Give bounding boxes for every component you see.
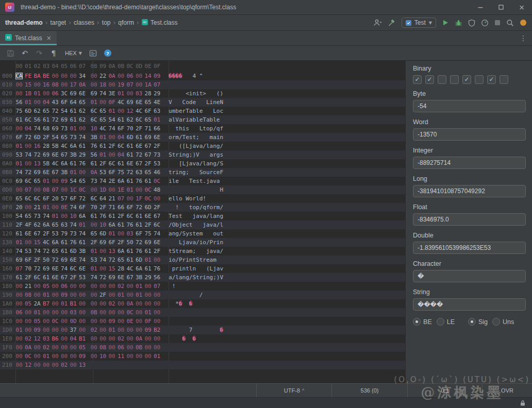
hex-byte[interactable]: 00 (52, 353, 59, 360)
hex-byte[interactable]: 6C (25, 178, 32, 184)
hex-byte[interactable]: 00 (154, 300, 161, 307)
hex-byte[interactable]: 6C (25, 195, 32, 202)
debug-button[interactable] (455, 19, 462, 27)
hex-byte[interactable]: 69 (70, 90, 77, 97)
hex-byte[interactable]: 6C (70, 265, 77, 272)
hex-byte[interactable]: 56 (34, 116, 41, 123)
hex-byte[interactable]: 6C (126, 213, 134, 219)
hex-byte[interactable]: 01 (136, 292, 143, 298)
hex-byte[interactable]: 00 (61, 213, 68, 219)
hex-byte[interactable]: 74 (25, 151, 32, 158)
hex-byte[interactable]: 16 (34, 143, 41, 149)
hex-byte[interactable]: 6A (43, 222, 50, 228)
hex-byte[interactable]: 3B (61, 169, 68, 176)
hex-byte[interactable]: FE (25, 73, 32, 79)
hex-byte[interactable]: 0A (136, 335, 143, 342)
hex-byte[interactable]: 6E (154, 134, 161, 141)
hex-byte[interactable]: 00 (61, 186, 68, 193)
hex-byte[interactable]: 00 (144, 344, 152, 351)
hex-byte[interactable]: 00 (99, 318, 107, 325)
hex-byte[interactable]: 00 (126, 90, 134, 97)
show-unprintables-toggle[interactable]: ¶ (47, 47, 60, 59)
hex-byte[interactable]: 61 (136, 222, 143, 228)
hex-byte[interactable]: 00 (15, 283, 23, 290)
word-value-field[interactable]: -13570 (413, 128, 526, 141)
hex-byte[interactable]: 08 (99, 344, 107, 351)
preview-text[interactable]: � � (169, 335, 223, 342)
hex-byte[interactable]: B6 (52, 335, 59, 342)
hex-byte[interactable]: 66 (154, 125, 161, 132)
maximize-button[interactable] (491, 0, 511, 14)
hex-byte[interactable]: 4C (43, 239, 50, 246)
hex-byte[interactable]: 61 (15, 116, 23, 123)
hex-byte[interactable]: 00 (108, 292, 115, 298)
hex-byte[interactable]: 54 (70, 178, 77, 184)
hex-byte[interactable]: 29 (154, 90, 161, 97)
hex-byte[interactable]: 00 (79, 292, 86, 298)
hex-byte[interactable]: 00 (154, 195, 161, 202)
tab-test-class[interactable]: 01 Test.class × (0, 31, 57, 45)
hex-byte[interactable]: 00 (154, 309, 161, 316)
hex-byte[interactable]: 62 (34, 222, 41, 228)
hex-byte[interactable]: 09 (79, 353, 86, 360)
hex-byte[interactable]: 01 (79, 222, 86, 228)
hex-byte[interactable]: 06 (118, 344, 125, 351)
hex-byte[interactable]: 13 (34, 160, 41, 167)
hex-byte[interactable]: 0B (136, 344, 143, 351)
hex-byte[interactable]: 05 (25, 300, 32, 307)
tab-close-icon[interactable]: × (46, 35, 52, 42)
hex-byte[interactable]: 67 (61, 274, 68, 281)
hex-byte[interactable]: 69 (15, 178, 23, 184)
hex-byte[interactable]: 00 (25, 204, 32, 211)
hex-byte[interactable]: 2F (90, 239, 97, 246)
hex-byte[interactable]: 4C (118, 99, 125, 106)
hex-byte[interactable]: 72 (52, 116, 59, 123)
preview-text[interactable]: ! top/qform/ (169, 204, 223, 211)
hex-byte[interactable]: 53 (99, 169, 107, 176)
hex-byte[interactable]: 00 (99, 327, 107, 333)
hex-byte[interactable]: 6C (118, 143, 125, 149)
hex-byte[interactable]: 00 (108, 134, 115, 141)
hex-byte[interactable]: 15 (108, 265, 115, 272)
close-button[interactable]: × (511, 0, 532, 14)
hex-byte[interactable]: 00 (108, 186, 115, 193)
breadcrumb-item-classes[interactable]: classes (74, 19, 94, 26)
hex-byte[interactable]: 72 (25, 169, 32, 176)
hex-byte[interactable]: 00 (144, 353, 152, 360)
hex-byte[interactable]: 11 (118, 353, 125, 360)
hex-byte[interactable]: 0F (144, 318, 152, 325)
stop-button[interactable] (494, 20, 501, 26)
hex-byte[interactable]: 1D (99, 186, 107, 193)
hex-byte[interactable]: 74 (34, 248, 41, 254)
hex-byte[interactable]: 00 (118, 300, 125, 307)
hex-byte[interactable]: 00 (108, 151, 115, 158)
hex-byte[interactable]: 74 (70, 222, 77, 228)
hex-byte[interactable]: 65 (43, 108, 50, 114)
hex-byte[interactable]: 6C (108, 160, 115, 167)
hex-byte[interactable]: 4C (61, 143, 68, 149)
binary-bit-checkbox-1[interactable]: ✓ (425, 75, 434, 84)
hex-byte[interactable]: 6E (126, 160, 134, 167)
hex-byte[interactable]: 00 (61, 309, 68, 316)
hex-byte[interactable]: 74 (108, 125, 115, 132)
hex-byte[interactable]: 67 (34, 230, 41, 237)
hex-byte[interactable]: 2F (34, 257, 41, 263)
hex-byte[interactable]: 56 (90, 151, 97, 158)
hex-byte[interactable]: 6A (118, 178, 125, 184)
hex-byte[interactable]: 00 (61, 73, 68, 79)
hex-byte[interactable]: 00 (126, 344, 134, 351)
hex-byte[interactable]: 61 (126, 248, 134, 254)
build-button[interactable] (388, 19, 396, 27)
hex-byte[interactable]: 65 (52, 222, 59, 228)
hex-byte[interactable]: 3B (79, 248, 86, 254)
hex-byte[interactable]: 02 (90, 327, 97, 333)
hex-byte[interactable]: 20 (52, 195, 59, 202)
hex-byte[interactable]: 12 (34, 335, 41, 342)
hex-byte[interactable]: 50 (126, 239, 134, 246)
hex-byte[interactable]: 4E (154, 99, 161, 106)
preview-text[interactable]: tring; SourceF (169, 169, 223, 176)
hex-byte[interactable]: 4F (25, 222, 32, 228)
hex-byte[interactable]: 70 (90, 204, 97, 211)
hex-byte[interactable]: 00 (61, 81, 68, 88)
hex-byte[interactable]: 69 (34, 169, 41, 176)
